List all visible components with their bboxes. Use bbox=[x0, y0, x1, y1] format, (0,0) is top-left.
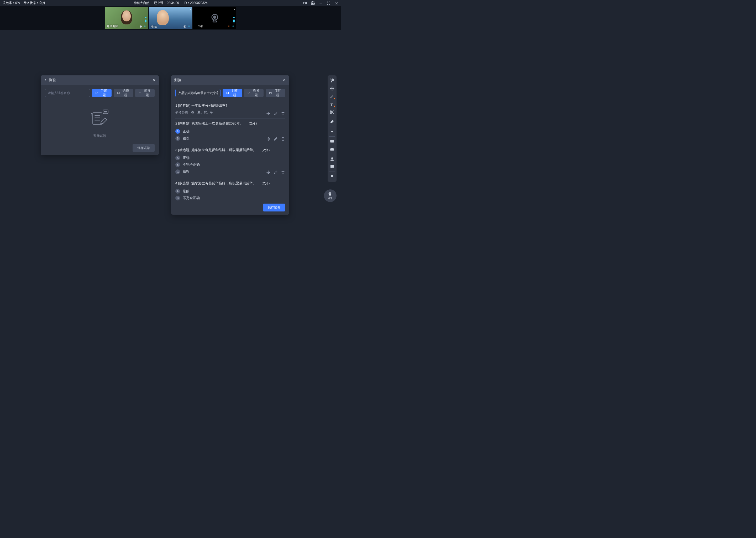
folder-icon[interactable] bbox=[328, 138, 336, 145]
option-text: 错误 bbox=[183, 136, 190, 141]
svg-rect-32 bbox=[226, 92, 228, 94]
question-option[interactable]: A是的 bbox=[175, 188, 285, 195]
badge-icon bbox=[139, 25, 142, 28]
svg-point-48 bbox=[331, 157, 333, 159]
svg-point-42 bbox=[330, 113, 332, 114]
close-icon[interactable] bbox=[282, 78, 286, 82]
svg-rect-46 bbox=[330, 148, 334, 150]
tile-close-icon[interactable]: × bbox=[233, 8, 235, 11]
video-tile-student[interactable]: × Nina bbox=[149, 7, 192, 29]
question-title: 3 [单选题] 施华洛世奇是反华品牌，所以梁鼎琪反华。 （2分） bbox=[175, 148, 285, 152]
back-icon[interactable] bbox=[44, 78, 48, 82]
quiz-name-input[interactable] bbox=[45, 89, 90, 97]
question-title: 2 [判断题] 我国宪法上一次更新是在2020年。 （2分） bbox=[175, 121, 285, 126]
move-question-icon[interactable] bbox=[266, 137, 270, 141]
question-option[interactable]: B不完全正确 bbox=[175, 195, 285, 200]
chat-icon[interactable] bbox=[328, 163, 336, 171]
svg-point-38 bbox=[333, 80, 334, 81]
option-text: 不完全正确 bbox=[183, 196, 200, 200]
eraser-tool-icon[interactable] bbox=[328, 118, 336, 126]
tile-close-icon[interactable]: × bbox=[189, 8, 191, 11]
question-option[interactable]: B不完全正确 bbox=[175, 161, 285, 168]
reference-answer: 参考答案：春、夏、秋、冬 bbox=[175, 110, 213, 115]
option-key: B bbox=[175, 162, 180, 167]
svg-rect-47 bbox=[331, 148, 333, 148]
bell-icon[interactable] bbox=[328, 173, 336, 180]
save-quiz-button[interactable]: 保存试卷 bbox=[132, 144, 155, 152]
cursor-tool-icon[interactable] bbox=[328, 77, 336, 84]
move-question-icon[interactable] bbox=[266, 111, 270, 116]
video-tile-camera-off[interactable]: × 王小明 bbox=[193, 7, 236, 29]
svg-rect-0 bbox=[304, 2, 306, 4]
svg-point-5 bbox=[140, 26, 142, 27]
option-key: B bbox=[175, 196, 180, 200]
question-option[interactable]: A正确 bbox=[175, 154, 285, 161]
question-option[interactable]: C错误 bbox=[175, 168, 285, 176]
delete-question-icon[interactable] bbox=[281, 170, 285, 175]
scissors-tool-icon[interactable] bbox=[328, 108, 336, 116]
empty-quiz-icon bbox=[88, 108, 112, 130]
video-strip: 叮当老师 × Nina × 王小明 bbox=[0, 6, 341, 30]
svg-text:T: T bbox=[330, 102, 333, 106]
packet-loss: 丢包率：0% bbox=[3, 1, 20, 5]
right-toolbar: T bbox=[328, 76, 337, 182]
user-icon[interactable] bbox=[328, 155, 336, 163]
text-tool-icon[interactable]: T bbox=[328, 101, 336, 108]
question-option[interactable]: B错误 bbox=[175, 135, 285, 142]
option-key: B bbox=[175, 136, 180, 141]
edit-question-icon[interactable] bbox=[273, 111, 278, 116]
close-window-icon[interactable] bbox=[334, 1, 339, 5]
add-judge-button[interactable]: 判断题 bbox=[92, 89, 112, 97]
session-id: ID：2020070324 bbox=[184, 1, 208, 5]
mic-icon bbox=[231, 25, 235, 28]
question-option[interactable]: A正确 bbox=[175, 128, 285, 135]
panel-title: 测验 bbox=[49, 78, 152, 82]
add-short-answer-button[interactable]: 简答题 bbox=[135, 89, 155, 97]
color-picker-icon[interactable] bbox=[328, 128, 336, 135]
question-title: 1 [简答题] 一年四季分别是哪四季? bbox=[175, 103, 285, 108]
move-question-icon[interactable] bbox=[266, 170, 270, 175]
svg-rect-6 bbox=[145, 26, 145, 27]
minimize-icon[interactable] bbox=[319, 1, 323, 5]
panel-title: 测验 bbox=[174, 78, 282, 82]
question-item: 1 [简答题] 一年四季分别是哪四季?参考答案：春、夏、秋、冬 bbox=[175, 101, 285, 119]
add-choice-button[interactable]: 选择题 bbox=[244, 89, 263, 97]
hand-raise-button[interactable]: 0/2 bbox=[324, 189, 337, 202]
quiz-name-input[interactable] bbox=[175, 89, 220, 97]
delete-question-icon[interactable] bbox=[281, 137, 285, 141]
svg-point-41 bbox=[330, 111, 332, 112]
svg-point-28 bbox=[105, 111, 106, 112]
participant-name: Nina bbox=[151, 25, 157, 28]
close-icon[interactable] bbox=[152, 78, 156, 82]
move-tool-icon[interactable] bbox=[328, 85, 336, 92]
svg-rect-9 bbox=[189, 26, 190, 27]
camera-toggle-icon[interactable] bbox=[303, 1, 307, 5]
save-quiz-button[interactable]: 保存试卷 bbox=[263, 204, 285, 211]
video-tile-teacher[interactable]: 叮当老师 bbox=[105, 7, 148, 29]
option-text: 错误 bbox=[183, 169, 190, 174]
question-item: 2 [判断题] 我国宪法上一次更新是在2020年。 （2分）A正确B错误 bbox=[175, 119, 285, 145]
audio-level-icon bbox=[233, 16, 235, 24]
add-short-answer-button[interactable]: 简答题 bbox=[266, 89, 285, 97]
add-judge-button[interactable]: 判断题 bbox=[223, 89, 242, 97]
svg-point-33 bbox=[248, 92, 250, 94]
svg-point-8 bbox=[185, 26, 185, 27]
option-key: C bbox=[175, 169, 180, 174]
svg-rect-14 bbox=[233, 26, 234, 27]
topbar: 丢包率：0% 网络状态：良好 神秘大自然 已上课：02:34:09 ID：202… bbox=[0, 0, 341, 6]
add-choice-button[interactable]: 选择题 bbox=[114, 89, 133, 97]
course-title: 神秘大自然 bbox=[134, 1, 149, 5]
pen-tool-icon[interactable] bbox=[328, 93, 336, 100]
edit-question-icon[interactable] bbox=[273, 170, 278, 175]
toolbox-icon[interactable] bbox=[328, 145, 336, 153]
edit-question-icon[interactable] bbox=[273, 137, 278, 141]
settings-icon[interactable] bbox=[311, 1, 315, 5]
option-text: 是的 bbox=[183, 189, 190, 193]
fullscreen-icon[interactable] bbox=[327, 1, 331, 5]
option-text: 正确 bbox=[183, 155, 190, 160]
svg-point-11 bbox=[213, 16, 216, 19]
delete-question-icon[interactable] bbox=[281, 111, 285, 116]
svg-point-18 bbox=[117, 92, 119, 94]
participant-name: 王小明 bbox=[195, 24, 204, 28]
audio-level-icon bbox=[145, 16, 147, 24]
